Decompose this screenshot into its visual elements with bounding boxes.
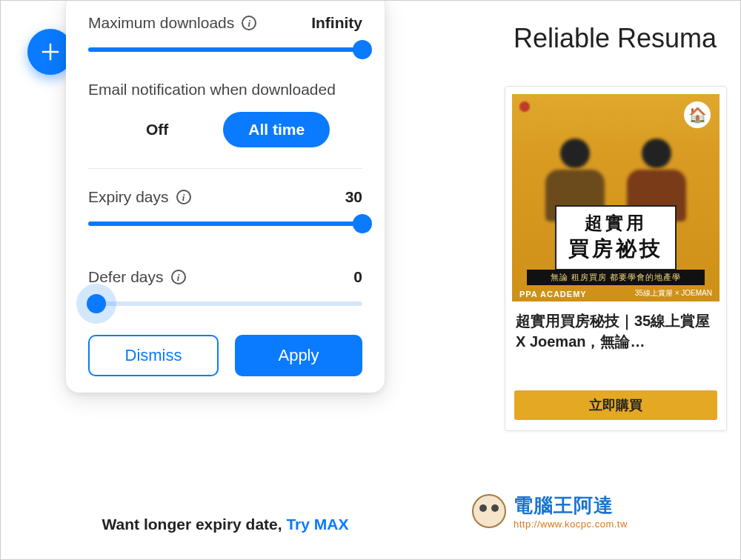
ad-cta-button[interactable]: 立即購買 (514, 390, 717, 420)
ad-image-line1: 超實用 (559, 211, 672, 235)
footer-msg: Want longer expiry date, (102, 516, 287, 533)
max-downloads-row: Maximum downloads i Infinity (88, 14, 362, 32)
footer-text: Want longer expiry date, Try MAX (66, 516, 385, 533)
expiry-days-label: Expiry days i (88, 188, 191, 206)
ad-image-strip: 無論 租房買房 都要學會的地產學 (527, 270, 705, 285)
watermark-text: 電腦王阿達 http://www.kocpc.com.tw (514, 493, 628, 530)
toggle-all-time[interactable]: All time (223, 112, 330, 147)
info-icon[interactable]: i (171, 270, 186, 284)
ad-image: 🏠 超實用 買房祕技 無論 租房買房 都要學會的地產學 PPA ACADEMY … (512, 94, 720, 301)
watermark-name: 電腦王阿達 (514, 493, 628, 519)
ad-title: 超實用買房秘技｜35線上賞屋 X Joeman，無論… (505, 301, 726, 355)
defer-days-slider[interactable] (88, 290, 362, 317)
settings-panel: Maximum downloads i Infinity Email notif… (66, 0, 385, 393)
slider-thumb[interactable] (353, 214, 372, 233)
slider-thumb[interactable] (87, 294, 106, 313)
expiry-days-slider[interactable] (88, 210, 362, 237)
ad-card[interactable]: 🏠 超實用 買房祕技 無論 租房買房 都要學會的地產學 PPA ACADEMY … (505, 86, 727, 431)
slider-thumb[interactable] (353, 40, 372, 59)
expiry-days-row: Expiry days i 30 (88, 188, 362, 206)
max-downloads-slider[interactable] (88, 36, 362, 63)
email-notification-title: Email notification when downloaded (88, 81, 362, 99)
ad-joeman-label: 35線上賞屋 × JOEMAN (635, 288, 712, 299)
slider-track (88, 301, 362, 306)
max-downloads-value: Infinity (311, 14, 362, 32)
info-icon[interactable]: i (176, 190, 191, 204)
page-subtitle: Reliable Resuma (514, 23, 717, 54)
info-icon[interactable]: i (242, 16, 256, 30)
dismiss-button[interactable]: Dismiss (88, 335, 219, 376)
defer-days-value: 0 (353, 268, 362, 286)
ad-indicator-icon (519, 101, 530, 112)
ad-image-textbox: 超實用 買房祕技 (555, 205, 677, 270)
max-downloads-label-text: Maximum downloads (88, 14, 234, 32)
watermark: 電腦王阿達 http://www.kocpc.com.tw (472, 493, 628, 530)
defer-days-label: Defer days i (88, 268, 186, 286)
button-row: Dismiss Apply (88, 335, 362, 376)
divider (88, 168, 362, 169)
defer-days-row: Defer days i 0 (88, 268, 362, 286)
toggle-off[interactable]: Off (121, 112, 193, 147)
watermark-face-icon (472, 494, 506, 528)
expiry-days-label-text: Expiry days (88, 188, 169, 206)
email-notification-toggle: Off All time (88, 112, 362, 147)
house-badge-icon: 🏠 (684, 101, 711, 128)
ad-ppa-label: PPA ACADEMY (519, 290, 587, 299)
defer-days-label-text: Defer days (88, 268, 164, 286)
expiry-days-value: 30 (345, 188, 362, 206)
max-downloads-label: Maximum downloads i (88, 14, 256, 32)
watermark-url: http://www.kocpc.com.tw (514, 519, 628, 530)
try-max-link[interactable]: Try MAX (286, 516, 348, 533)
ad-image-line2: 買房祕技 (559, 235, 672, 263)
slider-fill (88, 47, 362, 52)
plus-icon (39, 41, 62, 63)
slider-fill (88, 221, 362, 226)
apply-button[interactable]: Apply (235, 335, 362, 376)
